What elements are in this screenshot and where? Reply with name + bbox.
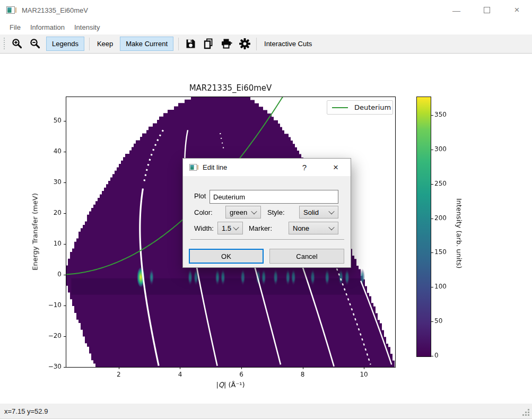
- y-tick-label: −30: [42, 363, 62, 370]
- interactive-cuts-button[interactable]: Interactive Cuts: [259, 37, 317, 50]
- width-field-label: Width:: [194, 224, 214, 232]
- color-select-value: green: [230, 208, 247, 216]
- app-icon: [6, 6, 16, 14]
- colorbar-tickmark: [431, 150, 433, 150]
- copy-icon: [203, 38, 215, 50]
- y-tick-label: −10: [42, 301, 62, 309]
- colorbar-tick-label: 150: [434, 248, 456, 256]
- statusbar: x=7.15 y=52.9: [0, 404, 532, 418]
- dialog-titlebar[interactable]: Edit line ? ×: [183, 159, 351, 176]
- colorbar-tickmark: [431, 252, 433, 253]
- zoom-out-button[interactable]: [26, 36, 44, 52]
- y-tick-label: 30: [42, 178, 62, 186]
- chevron-down-icon: [251, 208, 257, 214]
- style-select[interactable]: Solid: [299, 206, 338, 219]
- gear-icon: [239, 38, 251, 50]
- legend-line-sample: [332, 107, 348, 108]
- print-button[interactable]: [217, 36, 236, 52]
- toolbar-drag-handle[interactable]: [4, 38, 5, 50]
- make-current-button[interactable]: Make Current: [120, 37, 173, 51]
- color-field-label: Color:: [194, 208, 213, 216]
- chevron-down-icon: [328, 224, 334, 230]
- close-button[interactable]: ×: [502, 0, 532, 20]
- menu-information[interactable]: Information: [25, 23, 69, 31]
- colorbar-tickmark: [431, 356, 433, 356]
- colorbar-tick-label: 300: [434, 145, 456, 153]
- plot-options-button[interactable]: [236, 36, 254, 52]
- copy-button[interactable]: [199, 36, 217, 52]
- x-axis-label: |Q| (Å⁻¹): [66, 381, 395, 389]
- colorbar: [416, 97, 431, 357]
- dialog-title: Edit line: [203, 163, 227, 171]
- window-title: MAR21335_Ei60meV: [22, 6, 88, 14]
- colorbar-tickmark: [431, 115, 433, 116]
- y-tick-label: 40: [42, 147, 62, 155]
- x-tick-label: 8: [295, 371, 311, 378]
- window-controls: — ×: [441, 0, 532, 20]
- colorbar-tickmark: [431, 219, 433, 219]
- minimize-button[interactable]: —: [441, 0, 472, 20]
- titlebar: MAR21335_Ei60meV — ×: [0, 0, 532, 20]
- colorbar-tickmark: [431, 184, 433, 185]
- colorbar-tick-label: 200: [434, 214, 456, 222]
- toolbar: Legends Keep Make Current: [0, 34, 532, 54]
- plot-name-input[interactable]: Deuterium: [210, 190, 338, 204]
- y-tick-label: 20: [42, 209, 62, 216]
- dialog-separator: [190, 239, 344, 240]
- marker-select[interactable]: None: [289, 222, 338, 234]
- toolbar-separator: [89, 38, 90, 50]
- zoom-out-icon: [29, 38, 41, 50]
- width-select[interactable]: 1.5: [217, 222, 243, 234]
- minimize-icon: —: [452, 6, 460, 15]
- ok-button[interactable]: OK: [189, 249, 264, 264]
- legends-toggle-button[interactable]: Legends: [46, 37, 84, 51]
- menu-intensity[interactable]: Intensity: [69, 23, 104, 31]
- close-icon: ×: [514, 5, 520, 15]
- marker-select-value: None: [293, 224, 309, 232]
- colorbar-tick-label: 350: [434, 111, 456, 118]
- toolbar-separator: [256, 38, 257, 50]
- save-icon: [185, 38, 197, 50]
- colorbar-tick-label: 100: [434, 283, 456, 290]
- plot-title: MAR21335_Ei60meV: [66, 83, 395, 93]
- keep-button[interactable]: Keep: [92, 37, 118, 50]
- style-select-value: Solid: [303, 208, 319, 216]
- chevron-down-icon: [328, 208, 334, 214]
- legend[interactable]: Deuterium: [327, 100, 393, 115]
- chevron-down-icon: [233, 224, 239, 230]
- toolbar-separator: [178, 38, 179, 50]
- menu-file[interactable]: File: [5, 23, 25, 31]
- colorbar-tickmark: [431, 321, 433, 322]
- legend-entry-deuterium: Deuterium: [354, 103, 391, 111]
- y-tick-label: 50: [42, 117, 62, 124]
- y-axis-label: Energy Transfer (meV): [31, 193, 39, 270]
- colorbar-tickmark: [431, 287, 433, 287]
- save-button[interactable]: [181, 36, 199, 52]
- x-tick-label: 2: [111, 371, 127, 378]
- zoom-in-button[interactable]: [8, 36, 26, 52]
- menubar: File Information Intensity: [0, 20, 532, 34]
- edit-line-dialog: Edit line ? × Plot Deuterium Color: gree…: [182, 158, 351, 268]
- y-tick-label: 10: [42, 240, 62, 247]
- cursor-coordinates: x=7.15 y=52.9: [4, 407, 48, 415]
- cancel-button[interactable]: Cancel: [269, 249, 344, 264]
- print-icon: [220, 38, 233, 50]
- maximize-icon: [484, 7, 490, 13]
- x-tick-label: 4: [172, 371, 188, 378]
- resize-grip-icon[interactable]: [522, 409, 530, 416]
- dialog-help-button[interactable]: ?: [295, 159, 313, 176]
- color-select[interactable]: green: [225, 206, 261, 219]
- colorbar-tick-label: 50: [434, 317, 456, 325]
- y-tick-label: −20: [42, 332, 62, 339]
- dialog-close-button[interactable]: ×: [327, 159, 345, 176]
- colorbar-label: Intensity (arb. units): [455, 198, 463, 269]
- width-select-value: 1.5: [222, 224, 231, 232]
- y-tick-label: 0: [42, 270, 62, 278]
- maximize-button[interactable]: [472, 0, 502, 20]
- marker-field-label: Marker:: [249, 224, 272, 232]
- colorbar-tick-label: 0: [434, 352, 456, 359]
- plot-field-label: Plot: [194, 192, 206, 200]
- style-field-label: Style:: [267, 208, 285, 216]
- x-tick-label: 10: [356, 371, 372, 378]
- x-tick-label: 6: [233, 371, 249, 378]
